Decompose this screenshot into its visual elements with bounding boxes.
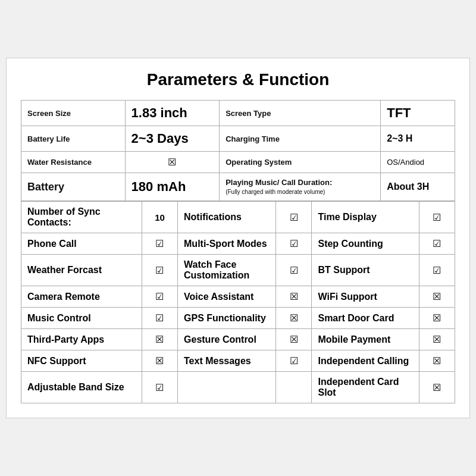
battery-label: Battery — [21, 173, 126, 201]
col3-label-1: Step Counting — [312, 233, 419, 255]
col3-check-3 — [419, 286, 455, 308]
col2-check-4 — [276, 308, 312, 329]
col2-label-1: Multi-Sport Modes — [178, 233, 276, 255]
col3-check-7 — [419, 372, 455, 403]
col2-label-5: Gesture Control — [178, 329, 276, 350]
col1-label-7: Adjustable Band Size — [21, 372, 142, 403]
water-resistance-check — [125, 152, 220, 173]
col2-label-2: Watch Face Customization — [178, 255, 276, 286]
col2-check-2 — [276, 255, 312, 286]
col2-label-4: GPS Functionality — [178, 308, 276, 329]
battery-life-value: 2~3 Days — [125, 126, 220, 152]
feature-row-0: Number of Sync Contacts: 10 Notification… — [21, 202, 455, 233]
feature-row-6: NFC Support Text Messages Independent Ca… — [21, 350, 455, 372]
col2-check-5 — [276, 329, 312, 350]
col2-check-6 — [276, 350, 312, 372]
col1-label-0: Number of Sync Contacts: — [21, 202, 142, 233]
col1-check-4 — [142, 308, 177, 329]
feature-row-2: Weather Forcast Watch Face Customization… — [21, 255, 455, 286]
col3-label-2: BT Support — [312, 255, 419, 286]
col1-check-1 — [142, 233, 177, 255]
charging-time-value: 2~3 H — [381, 126, 455, 152]
col3-label-3: WiFi Support — [312, 286, 419, 308]
screen-size-value: 1.83 inch — [125, 101, 220, 126]
page-container: Parameters & Function Screen Size 1.83 i… — [6, 58, 470, 418]
col3-check-6 — [419, 350, 455, 372]
col2-check-1 — [276, 233, 312, 255]
screen-type-label: Screen Type — [220, 101, 381, 126]
col1-check-6 — [142, 350, 177, 372]
col1-label-3: Camera Remote — [21, 286, 142, 308]
feature-row-4: Music Control GPS Functionality Smart Do… — [21, 308, 455, 329]
col1-label-5: Third-Party Apps — [21, 329, 142, 350]
col3-check-0 — [419, 202, 455, 233]
col3-label-7: Independent Card Slot — [312, 372, 419, 403]
feature-row-5: Third-Party Apps Gesture Control Mobile … — [21, 329, 455, 350]
col3-label-4: Smart Door Card — [312, 308, 419, 329]
col3-check-1 — [419, 233, 455, 255]
charging-time-label: Charging Time — [220, 126, 381, 152]
playing-music-value: About 3H — [381, 173, 455, 201]
col1-label-4: Music Control — [21, 308, 142, 329]
battery-life-label: Battery Life — [21, 126, 126, 152]
water-resistance-label: Water Resistance — [21, 152, 126, 173]
col2-check-0 — [276, 202, 312, 233]
col2-check-empty-7 — [276, 372, 312, 403]
screen-size-label: Screen Size — [21, 101, 126, 126]
col1-val-0: 10 — [142, 202, 177, 233]
col1-label-6: NFC Support — [21, 350, 142, 372]
col2-label-0: Notifications — [178, 202, 276, 233]
col2-check-3 — [276, 286, 312, 308]
col3-label-0: Time Display — [312, 202, 419, 233]
feature-row-1: Phone Call Multi-Sport Modes Step Counti… — [21, 233, 455, 255]
feature-row-7: Adjustable Band Size Independent Card Sl… — [21, 372, 455, 403]
screen-type-value: TFT — [381, 101, 455, 126]
col3-check-4 — [419, 308, 455, 329]
specs-table: Screen Size 1.83 inch Screen Type TFT Ba… — [21, 100, 455, 201]
playing-music-label: Playing Music/ Call Duration: (Fully cha… — [220, 173, 381, 201]
col3-label-5: Mobile Payment — [312, 329, 419, 350]
col1-label-1: Phone Call — [21, 233, 142, 255]
col1-check-5 — [142, 329, 177, 350]
col2-label-3: Voice Assistant — [178, 286, 276, 308]
operating-system-value: OS/Andiod — [381, 152, 455, 173]
col1-label-2: Weather Forcast — [21, 255, 142, 286]
page-title: Parameters & Function — [21, 70, 455, 89]
col2-empty-7 — [178, 372, 276, 403]
col1-check-3 — [142, 286, 177, 308]
battery-value: 180 mAh — [125, 173, 220, 201]
operating-system-label: Operating System — [220, 152, 381, 173]
col3-check-2 — [419, 255, 455, 286]
features-table: Number of Sync Contacts: 10 Notification… — [21, 201, 455, 403]
col2-label-6: Text Messages — [178, 350, 276, 372]
col3-check-5 — [419, 329, 455, 350]
feature-row-3: Camera Remote Voice Assistant WiFi Suppo… — [21, 286, 455, 308]
col1-check-2 — [142, 255, 177, 286]
col1-check-7 — [142, 372, 177, 403]
col3-label-6: Independent Calling — [312, 350, 419, 372]
